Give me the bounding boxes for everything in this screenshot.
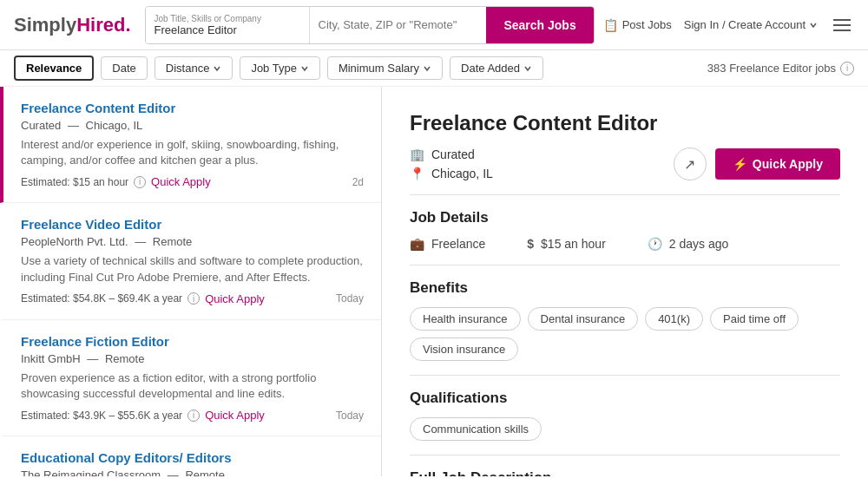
- job-details-title: Job Details: [410, 209, 840, 226]
- search-button[interactable]: Search Jobs: [486, 7, 593, 43]
- job-type-chevron-icon: [300, 64, 309, 73]
- job-card-3[interactable]: Freelance Fiction Editor Inkitt GmbH — R…: [0, 320, 381, 436]
- location-input[interactable]: [319, 18, 478, 31]
- share-icon: ↗: [684, 156, 695, 173]
- quick-apply-button[interactable]: ⚡ Quick Apply: [715, 148, 840, 180]
- location-2: Remote: [153, 235, 193, 248]
- job-meta-1: Curated — Chicago, IL: [21, 119, 364, 132]
- header-nav: 📋 Post Jobs Sign In / Create Account: [603, 16, 854, 35]
- salary-label: Minimum Salary: [339, 62, 419, 75]
- qualifications-title: Qualifications: [410, 390, 840, 407]
- job-search-input[interactable]: [155, 23, 300, 36]
- menu-bar-1: [833, 19, 851, 21]
- salary-text-1: Estimated: $15 an hour: [21, 176, 128, 188]
- full-desc-title: Full Job Description: [410, 469, 840, 476]
- job-type-label: Job Type: [251, 62, 297, 75]
- distance-filter[interactable]: Distance: [155, 56, 233, 80]
- share-button[interactable]: ↗: [674, 147, 707, 180]
- job-card-4[interactable]: Educational Copy Editors/ Editors The Re…: [0, 436, 381, 476]
- job-desc-2: Use a variety of technical skills and so…: [21, 253, 364, 285]
- job-desc-3: Proven experience as a fiction editor, w…: [21, 370, 364, 402]
- qual-tag-0: Communication skills: [410, 417, 542, 441]
- job-details-section: Job Details 💼 Freelance $ $15 an hour 🕐 …: [410, 209, 840, 251]
- divider-1: [410, 194, 840, 195]
- relevance-filter[interactable]: Relevance: [14, 56, 94, 81]
- job-type-item: 💼 Freelance: [410, 237, 485, 251]
- qualifications-section: Qualifications Communication skills: [410, 390, 840, 441]
- filter-bar: Relevance Date Distance Job Type Minimum…: [0, 50, 868, 87]
- benefit-tag-3: Paid time off: [710, 307, 799, 331]
- job-detail: Freelance Content Editor 🏢 Curated 📍 Chi…: [382, 87, 868, 476]
- quick-apply-link-3[interactable]: Quick Apply: [205, 409, 265, 422]
- benefit-tag-4: Vision insurance: [410, 338, 518, 361]
- logo[interactable]: SimplyHired.: [14, 14, 131, 36]
- quick-apply-link-1[interactable]: Quick Apply: [151, 175, 211, 188]
- salary-item: $ $15 an hour: [527, 237, 606, 251]
- benefits-title: Benefits: [410, 279, 840, 297]
- main-layout: Freelance Content Editor Curated — Chica…: [0, 87, 868, 476]
- results-info-icon[interactable]: i: [840, 62, 854, 75]
- benefits-list: Health insurance Dental insurance 401(k)…: [410, 307, 840, 361]
- detail-company-location-row: 🏢 Curated 📍 Chicago, IL ↗ ⚡ Quick Apply: [410, 147, 840, 180]
- chevron-down-icon: [809, 21, 818, 29]
- time-item: 🕐 2 days ago: [648, 237, 729, 251]
- divider-2: [410, 265, 840, 265]
- post-jobs-link[interactable]: 📋 Post Jobs: [603, 18, 672, 32]
- results-count-text: 383 Freelance Editor jobs: [707, 62, 836, 75]
- salary-filter[interactable]: Minimum Salary: [327, 56, 443, 80]
- qualifications-list: Communication skills: [410, 417, 840, 441]
- detail-title-row: Freelance Content Editor 🏢 Curated 📍 Chi…: [410, 111, 840, 180]
- salary-info-icon-2[interactable]: i: [187, 292, 200, 305]
- detail-company-row: 🏢 Curated: [410, 147, 493, 161]
- job-date-2: Today: [336, 292, 364, 305]
- job-title-1[interactable]: Freelance Content Editor: [21, 101, 364, 115]
- job-type-value: Freelance: [431, 237, 485, 251]
- job-type-filter[interactable]: Job Type: [240, 56, 320, 80]
- separator-1: —: [68, 119, 79, 132]
- salary-text-2: Estimated: $54.8K – $69.4K a year: [21, 292, 182, 305]
- date-filter[interactable]: Date: [101, 56, 147, 80]
- salary-info-icon-1[interactable]: i: [134, 176, 146, 188]
- sign-in-label: Sign In / Create Account: [684, 18, 806, 31]
- sign-in-link[interactable]: Sign In / Create Account: [684, 18, 818, 31]
- job-title-4[interactable]: Educational Copy Editors/ Editors: [21, 450, 364, 465]
- job-title-2[interactable]: Freelance Video Editor: [21, 217, 364, 232]
- quick-apply-link-2[interactable]: Quick Apply: [205, 292, 265, 305]
- salary-text-3: Estimated: $43.9K – $55.6K a year: [21, 410, 182, 422]
- job-list: Freelance Content Editor Curated — Chica…: [0, 87, 382, 476]
- job-card-1[interactable]: Freelance Content Editor Curated — Chica…: [0, 87, 381, 203]
- location-wrapper: [310, 7, 487, 43]
- quick-apply-btn-label: Quick Apply: [753, 157, 823, 171]
- job-date-1: 2d: [352, 176, 364, 188]
- location-4: Remote: [185, 469, 225, 476]
- job-meta-3: Inkitt GmbH — Remote: [21, 352, 364, 365]
- job-title-3[interactable]: Freelance Fiction Editor: [21, 334, 364, 349]
- job-search-wrapper: Job Title, Skills or Company: [146, 7, 310, 43]
- company-2: PeopleNorth Pvt. Ltd.: [21, 235, 128, 248]
- job-footer-2: Estimated: $54.8K – $69.4K a year i Quic…: [21, 292, 364, 305]
- benefit-tag-0: Health insurance: [410, 307, 521, 331]
- search-bar: Job Title, Skills or Company Search Jobs: [145, 6, 595, 44]
- company-1: Curated: [21, 119, 61, 132]
- header: SimplyHired. Job Title, Skills or Compan…: [0, 0, 868, 50]
- distance-chevron-icon: [213, 64, 221, 73]
- menu-bar-3: [833, 29, 851, 31]
- salary-section-1: Estimated: $15 an hour i Quick Apply: [21, 175, 211, 188]
- clock-icon: 🕐: [648, 237, 662, 251]
- time-value: 2 days ago: [669, 237, 729, 251]
- date-added-filter[interactable]: Date Added: [450, 56, 543, 80]
- job-footer-1: Estimated: $15 an hour i Quick Apply 2d: [21, 175, 364, 188]
- divider-3: [410, 375, 840, 376]
- company-location-col: 🏢 Curated 📍 Chicago, IL: [410, 147, 493, 180]
- separator-2: —: [135, 235, 146, 248]
- salary-section-3: Estimated: $43.9K – $55.6K a year i Quic…: [21, 409, 265, 422]
- benefits-section: Benefits Health insurance Dental insuran…: [410, 279, 840, 361]
- salary-info-icon-3[interactable]: i: [187, 410, 200, 422]
- company-building-icon: 🏢: [410, 147, 424, 161]
- detail-job-title: Freelance Content Editor: [410, 111, 840, 135]
- menu-button[interactable]: [830, 16, 854, 35]
- location-pin-icon: 📍: [410, 167, 424, 180]
- detail-action-buttons: ↗ ⚡ Quick Apply: [674, 147, 840, 180]
- full-desc-section: Full Job Description Curated is on a mis…: [410, 469, 840, 476]
- job-card-2[interactable]: Freelance Video Editor PeopleNorth Pvt. …: [0, 203, 381, 319]
